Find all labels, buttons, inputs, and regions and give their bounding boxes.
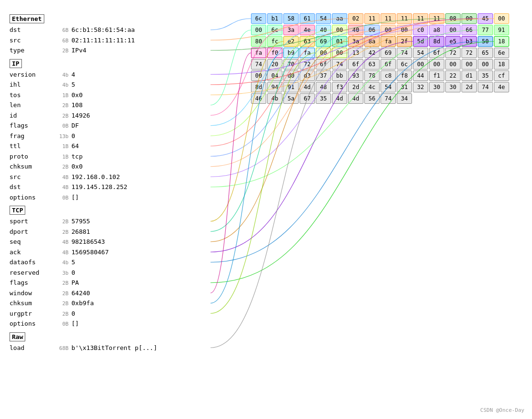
hex-cell-r2-c6: 3a (348, 36, 363, 47)
hex-cell-r6-c15: 4e (494, 82, 509, 92)
raw-label: Raw (10, 332, 25, 341)
field-row-ip-flags: flags 0B DF (10, 121, 210, 130)
hex-cell-r1-c0: 00 (251, 25, 266, 35)
hex-cell-r6-c10: 32 (413, 82, 428, 92)
hex-cell-r2-c10: 5d (413, 36, 428, 47)
field-size-eth-src: 6B (50, 37, 71, 45)
hex-cell-r0-c9: 11 (397, 13, 412, 24)
hex-cell-r2-c5: 01 (332, 36, 347, 47)
hex-cell-r0-c11: 11 (429, 13, 444, 24)
hex-row-6: 8d94914d48f32d4c54313230302d744e (251, 82, 527, 92)
hex-cell-r2-c4: 69 (316, 36, 331, 47)
hex-cell-r6-c4: 48 (316, 82, 331, 92)
hex-cell-r7-c8: 74 (381, 93, 396, 104)
hex-cell-r0-c4: 54 (316, 13, 331, 24)
connection-line (211, 53, 251, 293)
hex-cell-r7-c7: 56 (364, 93, 380, 104)
hex-cell-r4-c1: 20 (267, 59, 282, 70)
hex-cell-r7-c0: 46 (251, 93, 266, 104)
field-row-ip-len: len 2B 108 (10, 100, 210, 110)
hex-cell-r5-c6: 93 (348, 70, 363, 81)
hex-cell-r5-c15: cf (494, 70, 509, 81)
field-row-ip-tos: tos 1B 0x0 (10, 90, 210, 100)
hex-cell-r5-c14: 35 (478, 70, 493, 81)
field-value-eth-dst: 6c:b1:58:61:54:aa (71, 25, 135, 35)
hex-cell-r1-c2: 3a (283, 25, 299, 35)
field-size-eth-dst: 6B (50, 27, 71, 35)
hex-cell-r4-c12: 00 (445, 59, 461, 70)
watermark: CSDN @Once-Day (480, 407, 524, 413)
field-row-raw-load: load 68B b'\x13BitTorrent p[...] (10, 343, 210, 353)
hex-cell-r4-c10: 00 (413, 59, 428, 70)
field-row-ip-proto: proto 1B tcp (10, 152, 210, 161)
hex-cell-r4-c15: 18 (494, 59, 509, 70)
hex-cell-r0-c3: 61 (300, 13, 315, 24)
hex-cell-r3-c11: 6f (429, 48, 444, 58)
hex-cell-r1-c9: 00 (397, 25, 412, 35)
hex-cell-r5-c2: d0 (283, 70, 299, 81)
hex-cell-r5-c10: 44 (413, 70, 428, 81)
hex-cell-r1-c3: 4e (300, 25, 315, 35)
hex-cell-r7-c3: 67 (300, 93, 315, 104)
hex-cell-r2-c7: 8a (364, 36, 380, 47)
hex-row-2: 80fce26369013a8afa2f5d8de5b35018 (251, 36, 527, 47)
field-row-tcp-seq: seq 4B 982186543 (10, 237, 210, 247)
ip-header-row: IP (10, 59, 210, 70)
hex-cell-r7-c13 (462, 93, 477, 104)
field-row-ip-dst: dst 4B 119.145.128.252 (10, 182, 210, 192)
hex-cell-r5-c12: 22 (445, 70, 461, 81)
hex-cell-r3-c6: 13 (348, 48, 363, 58)
hex-cell-r4-c14: 00 (478, 59, 493, 70)
hex-cell-r0-c10: 11 (413, 13, 428, 24)
hex-cell-r0-c0: 6c (251, 13, 266, 24)
hex-cell-r4-c13: 00 (462, 59, 477, 70)
hex-cell-r2-c1: fc (267, 36, 282, 47)
hex-cell-r1-c14: 77 (478, 25, 493, 35)
hex-cell-r0-c1: b1 (267, 13, 282, 24)
hex-cell-r3-c12: 72 (445, 48, 461, 58)
field-row-ip-chksum: chksum 2B 0x0 (10, 162, 210, 171)
hex-cell-r6-c9: 31 (397, 82, 412, 92)
raw-header-row: Raw (10, 332, 210, 343)
hex-cell-r4-c4: 6f (316, 59, 331, 70)
hex-cell-r7-c10 (413, 93, 428, 104)
hex-cell-r2-c0: 80 (251, 36, 266, 47)
hex-cell-r1-c7: 06 (364, 25, 380, 35)
field-size-eth-type: 2B (50, 47, 71, 55)
hex-cell-r1-c10: c0 (413, 25, 428, 35)
field-row-ip-ihl: ihl 4b 5 (10, 80, 210, 90)
hex-cell-r7-c15 (494, 93, 509, 104)
hex-cell-r2-c15: 18 (494, 36, 509, 47)
ip-section: IP version 4b 4 ihl 4b 5 tos 1B 0x0 len … (10, 59, 210, 202)
hex-cell-r3-c3: fa (300, 48, 315, 58)
ip-label: IP (10, 59, 22, 68)
hex-cell-r0-c15: 00 (494, 13, 509, 24)
field-row-tcp-window: window 2B 64240 (10, 289, 210, 298)
hex-cell-r3-c1: f0 (267, 48, 282, 58)
hex-cell-r2-c9: 2f (397, 36, 412, 47)
field-row-ip-ttl: ttl 1B 64 (10, 141, 210, 151)
hex-cell-r3-c14: 65 (478, 48, 493, 58)
hex-cell-r5-c0: 00 (251, 70, 266, 81)
field-row-ip-src: src 4B 192.168.0.102 (10, 172, 210, 182)
hex-cell-r7-c12 (445, 93, 461, 104)
ethernet-label: Ethernet (10, 14, 44, 23)
ethernet-section: Ethernet dst 6B 6c:b1:58:61:54:aa src 6B… (10, 14, 210, 55)
hex-cell-r2-c14: 50 (478, 36, 493, 47)
field-row-tcp-chksum: chksum 2B 0xb9fa (10, 299, 210, 308)
hex-cell-r0-c14: 45 (478, 13, 493, 24)
hex-row-3: faf0b9fa000013426974546f7272656e (251, 48, 527, 58)
hex-cell-r4-c8: 6f (381, 59, 396, 70)
hex-cell-r0-c13: 00 (462, 13, 477, 24)
field-value-eth-type: IPv4 (71, 46, 86, 55)
hex-cell-r5-c3: d3 (300, 70, 315, 81)
connection-line (211, 19, 251, 30)
hex-cell-r0-c12: 08 (445, 13, 461, 24)
hex-cell-r6-c0: 8d (251, 82, 266, 92)
hex-cell-r1-c13: 66 (462, 25, 477, 35)
hex-cell-r4-c11: 00 (429, 59, 444, 70)
hex-cell-r5-c13: d1 (462, 70, 477, 81)
hex-cell-r4-c5: 74 (332, 59, 347, 70)
field-row-tcp-ack: ack 4B 1569580467 (10, 248, 210, 257)
hex-cell-r2-c13: b3 (462, 36, 477, 47)
